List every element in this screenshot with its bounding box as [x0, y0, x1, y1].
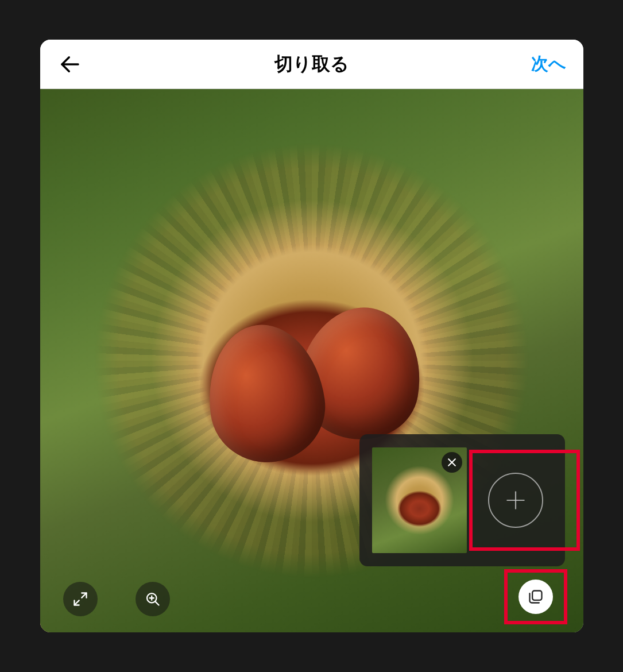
svg-line-6 — [74, 600, 79, 605]
next-button[interactable]: 次へ — [531, 52, 566, 76]
editor-header: 切り取る 次へ — [40, 40, 583, 89]
svg-line-8 — [155, 601, 158, 605]
add-slot — [479, 460, 552, 540]
close-icon — [446, 457, 458, 468]
zoom-button[interactable] — [136, 582, 170, 616]
multi-select-wrap — [504, 569, 567, 624]
tutorial-highlight-multiselect — [504, 569, 567, 624]
tutorial-highlight-add — [469, 450, 579, 551]
page-title: 切り取る — [274, 52, 349, 77]
back-arrow-icon — [58, 52, 82, 76]
selection-tray — [359, 434, 565, 566]
bottom-left-controls — [63, 582, 170, 616]
crop-editor-card: 切り取る 次へ — [40, 40, 583, 632]
svg-line-5 — [82, 593, 86, 598]
back-button[interactable] — [57, 52, 83, 77]
expand-icon — [72, 591, 88, 607]
crop-canvas[interactable] — [40, 89, 583, 632]
aspect-expand-button[interactable] — [63, 582, 98, 616]
zoom-in-icon — [145, 591, 161, 607]
selected-thumbnail[interactable] — [372, 447, 467, 553]
